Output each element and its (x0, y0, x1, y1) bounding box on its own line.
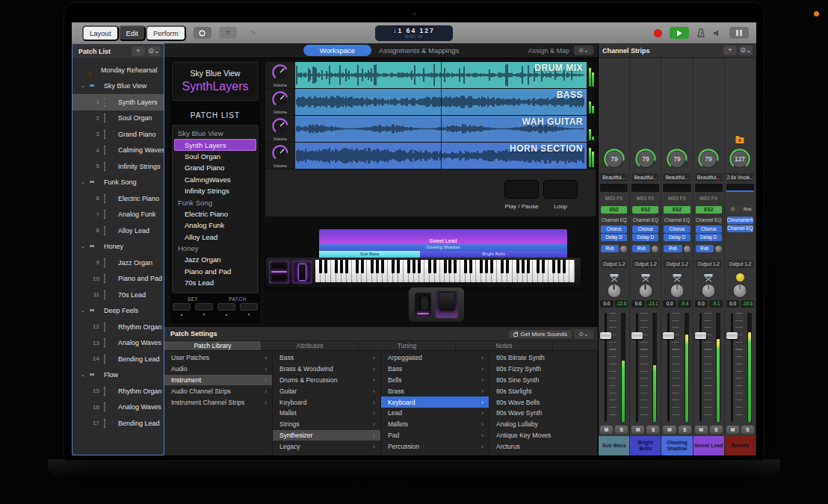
white-key[interactable] (507, 260, 513, 282)
tree-patch-row[interactable]: 15Rhythm Organ (72, 383, 164, 399)
loop-button[interactable] (543, 180, 578, 199)
white-key[interactable] (336, 260, 342, 282)
library-item[interactable]: Instrument› (164, 375, 272, 386)
library-item[interactable]: Guitar› (273, 385, 380, 396)
library-item[interactable]: Bass› (381, 364, 489, 375)
tree-patch-row[interactable]: 17Bending Lead (72, 415, 164, 432)
expression-pedal[interactable] (415, 293, 431, 317)
mode-button-edit[interactable]: Edit (119, 25, 146, 41)
tree-set-row[interactable]: ⌄Funk Song (72, 175, 164, 191)
play-pause-button[interactable] (504, 180, 539, 199)
tree-patch-row[interactable]: 10Piano and Pad (72, 271, 164, 287)
library-item[interactable]: Arpeggiated› (381, 352, 489, 364)
strip-preset-label[interactable]: 2.6s Vocal... (726, 173, 754, 181)
strip-preset-label[interactable]: Beautiful... (600, 173, 628, 181)
eq-slot-label[interactable]: Channel EQ (601, 217, 627, 224)
library-item[interactable]: Audio› (164, 364, 272, 375)
add-channel-strip-button[interactable]: + (723, 46, 737, 55)
add-patch-button[interactable]: + (132, 46, 145, 56)
white-key[interactable] (569, 260, 575, 282)
send-slot-rvb[interactable]: Rvb (664, 245, 682, 252)
send-slot-chorus[interactable]: Chorus (696, 225, 722, 233)
pitch-wheel[interactable] (269, 261, 289, 284)
level-value[interactable]: -10.6 (741, 300, 754, 308)
instrument-slot-es2[interactable]: ES2 (601, 206, 627, 214)
track-volume-knob[interactable] (271, 144, 289, 165)
onstage-set-row[interactable]: Sky Blue View (173, 128, 258, 139)
library-item[interactable]: 80s Fizzy Synth (489, 364, 597, 375)
onstage-patch-row[interactable]: Piano and Pad (173, 266, 258, 277)
track-volume-knob[interactable] (271, 63, 289, 84)
library-item[interactable]: Keyboard› (273, 396, 380, 408)
disclosure-triangle-icon[interactable]: ⌄ (81, 372, 85, 378)
white-key[interactable] (549, 260, 554, 282)
library-item[interactable]: Bells› (381, 375, 489, 386)
tree-set-row[interactable]: ⌄Sky Blue View (72, 78, 164, 95)
ps-tab-attributes[interactable]: Attributes (262, 341, 359, 350)
white-key[interactable] (502, 260, 507, 282)
onstage-set-row[interactable]: Funk Song (173, 196, 258, 208)
tree-patch-row[interactable]: 12Rhythm Organ (72, 319, 164, 335)
strip-knob[interactable]: 79 (634, 148, 657, 173)
white-key[interactable] (518, 260, 523, 282)
level-value[interactable]: -9.4 (678, 300, 691, 308)
onstage-patch-row[interactable]: Alloy Lead (173, 231, 258, 243)
mode-button-perform[interactable]: Perform (146, 25, 186, 41)
white-key[interactable] (393, 260, 398, 282)
white-key[interactable] (466, 260, 471, 282)
strip-knob[interactable]: 127 (729, 148, 751, 173)
eq-slot-label[interactable]: Channel EQ (696, 217, 722, 224)
tree-patch-row[interactable]: 1170s Lead (72, 287, 164, 303)
aux-io-button[interactable]: Rvb (741, 206, 754, 213)
white-key[interactable] (352, 260, 357, 282)
white-key[interactable] (326, 260, 331, 282)
playhead[interactable] (441, 62, 442, 169)
white-key[interactable] (538, 260, 543, 282)
white-key[interactable] (486, 260, 492, 282)
strip-name-plate[interactable]: Sweet Lead (693, 436, 724, 455)
library-item[interactable]: Drums & Percussion› (273, 375, 380, 386)
white-key[interactable] (347, 260, 352, 282)
send-level-knob[interactable] (652, 246, 658, 252)
library-item[interactable]: Mallet› (273, 408, 380, 419)
solo-button[interactable]: S (679, 426, 691, 434)
white-key[interactable] (554, 260, 559, 282)
disclosure-triangle-icon[interactable]: ⌄ (81, 308, 85, 314)
level-value[interactable]: -13.1 (646, 300, 660, 308)
white-key[interactable] (492, 260, 497, 282)
send-level-knob[interactable] (684, 246, 690, 252)
strip-preset-label[interactable]: Beautiful... (663, 173, 690, 181)
pan-knob[interactable] (638, 284, 652, 298)
library-item[interactable]: Percussion› (381, 441, 489, 452)
strip-name-plate[interactable]: Bright Bells (630, 436, 661, 455)
white-key[interactable] (435, 260, 440, 282)
tree-set-row[interactable]: ⌄Flow (72, 367, 164, 384)
white-key[interactable] (331, 260, 336, 282)
white-key[interactable] (533, 260, 538, 282)
output-slot[interactable]: Output 1-2 (632, 260, 658, 268)
pan-value[interactable]: 0.0 (695, 300, 708, 308)
onstage-patch-row[interactable]: Jazz Organ (173, 254, 258, 265)
insert-slot-channel-eq[interactable]: Channel EQ (727, 225, 753, 232)
get-more-sounds-button[interactable]: Get More Sounds (508, 329, 572, 339)
library-item[interactable]: 80s Starlight (489, 385, 597, 396)
tab-assignments-mappings[interactable]: Assignments & Mappings (379, 46, 459, 55)
strip-knob[interactable]: 79 (603, 148, 625, 173)
play-button[interactable] (670, 27, 689, 39)
tree-patch-row[interactable]: 3Grand Piano (72, 126, 164, 143)
pan-value[interactable]: 0.0 (631, 300, 645, 308)
ps-tab-patch-library[interactable]: Patch Library (164, 341, 262, 350)
output-slot[interactable]: Output 1-2 (696, 260, 722, 268)
channel-strips-action-menu[interactable]: ⊙⌄ (739, 46, 753, 55)
white-key[interactable] (362, 260, 367, 282)
white-key[interactable] (372, 260, 377, 282)
pan-value[interactable]: 0.0 (726, 300, 740, 308)
white-key[interactable] (460, 260, 466, 282)
fader-handle[interactable] (726, 332, 738, 339)
white-key[interactable] (321, 260, 326, 282)
send-slot-delay-d[interactable]: Delay D (632, 234, 658, 241)
solo-button[interactable]: S (710, 426, 723, 434)
mod-wheel[interactable] (292, 261, 312, 284)
patch-down-button[interactable] (240, 303, 258, 311)
tree-patch-row[interactable]: 6Electric Piano (72, 190, 164, 207)
